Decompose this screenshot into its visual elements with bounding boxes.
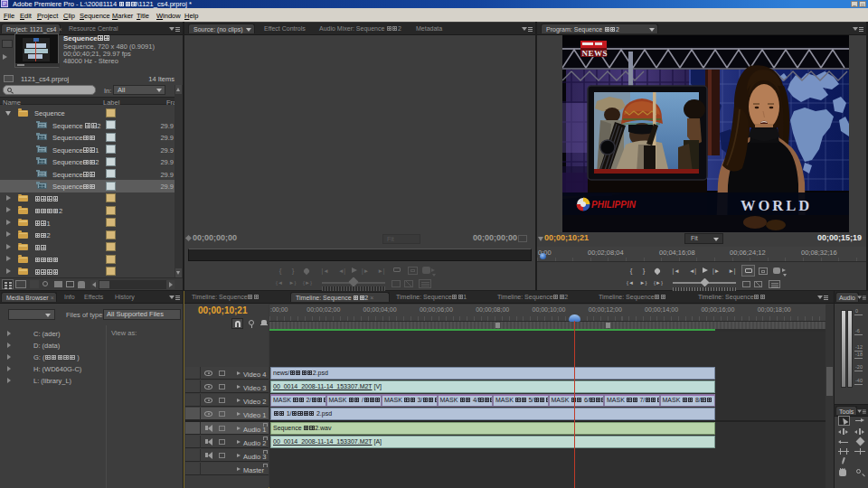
svg-text:NEWS: NEWS <box>582 49 609 58</box>
svg-text:WORLD: WORLD <box>741 197 812 214</box>
svg-text:PHILIPPIN: PHILIPPIN <box>591 200 637 210</box>
